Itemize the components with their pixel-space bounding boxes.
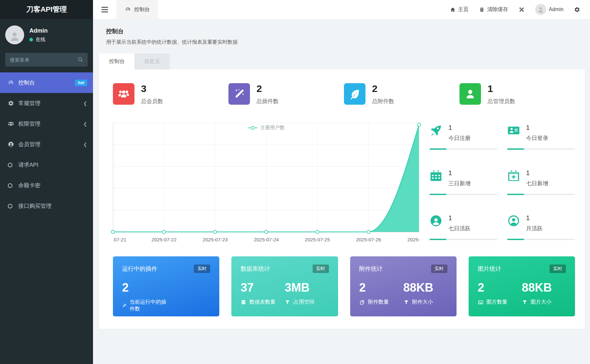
- quick-stat-three-day-new: 1 三日新增: [429, 168, 497, 198]
- online-dot-icon: [29, 38, 33, 41]
- realtime-badge: 实时: [550, 265, 566, 273]
- stat-total-members: 3 总会员数: [113, 83, 228, 105]
- stat-label: 总管理员数: [488, 98, 515, 105]
- card-value: 2: [359, 281, 403, 295]
- chevron-left-icon: ❮: [83, 101, 87, 106]
- sidebar-item-label: 权限管理: [18, 120, 40, 128]
- sidebar-item-request-api[interactable]: 请求API: [0, 155, 93, 175]
- card-running-plugins: 运行中的插件 实时 2 当前运行中的插件数: [113, 256, 219, 316]
- dashboard-panel: 3 总会员数 2 总插件数 2 总附件数: [99, 69, 585, 329]
- x-tick-label: 2025-07-26: [356, 237, 381, 242]
- hamburger-menu-icon[interactable]: [93, 7, 116, 12]
- sidebar-item-api-purchase[interactable]: 接口购买管理: [0, 196, 93, 216]
- card-database-stats: 数据库统计 实时 37 数据表数量 3MB: [231, 256, 338, 316]
- quick-stat-label: 三日新增: [448, 180, 471, 187]
- image-icon: [478, 299, 484, 305]
- progress-bar: [507, 239, 575, 240]
- search-icon[interactable]: [78, 57, 84, 63]
- expand-icon: [519, 7, 525, 13]
- card-title: 运行中的插件: [122, 265, 157, 273]
- x-tick-label: 2025-07: [407, 237, 420, 242]
- quick-stat-label: 七日活跃: [448, 225, 471, 232]
- card-caption: 附件数量: [368, 299, 389, 306]
- user-menu[interactable]: Admin: [535, 4, 564, 15]
- home-link[interactable]: 主页: [450, 6, 469, 13]
- sidebar-item-auth[interactable]: 权限管理 ❮: [0, 114, 93, 134]
- x-tick-label: 2025-07-24: [254, 237, 279, 242]
- quick-stats-grid: 1 今日注册 1 今日登录: [429, 123, 575, 245]
- magic-wand-icon: [122, 303, 127, 309]
- hot-badge: hot: [75, 80, 87, 86]
- card-caption: 数据表数量: [249, 299, 275, 306]
- home-label: 主页: [458, 6, 469, 13]
- quick-stat-today-register: 1 今日注册: [429, 123, 497, 153]
- chart-markers: [111, 123, 421, 234]
- filter-icon: [403, 299, 409, 305]
- tab-custom[interactable]: 自定义: [134, 53, 170, 69]
- clear-cache-button[interactable]: 清除缓存: [479, 6, 508, 13]
- users-icon: [8, 121, 18, 127]
- fullscreen-button[interactable]: [519, 7, 525, 13]
- clear-cache-label: 清除缓存: [487, 6, 508, 13]
- gears-icon: [8, 100, 18, 106]
- sidebar-item-dashboard[interactable]: 控制台 hot: [0, 72, 93, 93]
- stat-total-plugins: 2 总插件数: [228, 83, 344, 105]
- quick-stat-value: 1: [526, 214, 543, 222]
- card-image-stats: 图片统计 实时 2 图片数量 88KB: [469, 256, 575, 316]
- card-caption: 图片大小: [531, 299, 551, 306]
- card-title: 图片统计: [478, 265, 501, 273]
- progress-bar: [507, 148, 575, 150]
- topbar: 控制台 主页 清除缓存 Admin: [93, 0, 590, 19]
- sidebar-item-label: 接口购买管理: [18, 202, 52, 210]
- chart-area-fill: [113, 125, 419, 232]
- user-status: 在线: [29, 37, 48, 43]
- summary-cards-row: 运行中的插件 实时 2 当前运行中的插件数 数据库统计 实时: [113, 256, 575, 316]
- leaf-icon: [344, 83, 365, 105]
- topbar-right: 主页 清除缓存 Admin: [450, 4, 590, 15]
- topbar-tab-dashboard[interactable]: 控制台: [116, 0, 158, 19]
- tab-dashboard[interactable]: 控制台: [99, 53, 134, 69]
- realtime-badge: 实时: [194, 265, 210, 273]
- stat-label: 总会员数: [141, 98, 163, 105]
- card-value: 2: [478, 281, 522, 295]
- progress-bar: [507, 194, 575, 195]
- x-tick-label: 07-21: [114, 237, 126, 242]
- sidebar-item-balance-card[interactable]: 余额卡密: [0, 175, 93, 196]
- sidebar-item-label: 控制台: [18, 79, 35, 86]
- chevron-left-icon: ❮: [83, 121, 87, 127]
- chart-legend[interactable]: 注册用户数: [248, 125, 285, 131]
- card-value: 2: [122, 281, 166, 295]
- id-card-icon: [507, 124, 520, 142]
- user-icon: [8, 141, 18, 147]
- sidebar-item-label: 会员管理: [18, 141, 40, 148]
- mid-row: 注册用户数 07-21 2025-07-22 2025-07-23 2025-0…: [113, 123, 575, 245]
- quick-stat-value: 1: [448, 214, 471, 222]
- magic-wand-icon: [228, 83, 250, 105]
- avatar: [535, 4, 546, 15]
- realtime-badge: 实时: [313, 265, 329, 273]
- sidebar-menu: 控制台 hot 常规管理 ❮ 权限管理 ❮ 会员管理 ❮ 请求API: [0, 72, 93, 216]
- card-value: 3MB: [285, 281, 329, 295]
- gear-icon: [574, 7, 580, 13]
- x-tick-label: 2025-07-25: [305, 237, 330, 242]
- user-panel: Admin 在线: [0, 19, 93, 50]
- card-value: 88KB: [522, 281, 566, 295]
- database-icon: [241, 299, 246, 305]
- card-title: 附件统计: [359, 265, 383, 273]
- quick-stat-value: 1: [448, 124, 471, 131]
- legend-label: 注册用户数: [260, 125, 285, 131]
- card-caption: 图片数量: [487, 299, 507, 306]
- settings-button[interactable]: [574, 7, 580, 13]
- search-input[interactable]: [5, 53, 88, 67]
- quick-stat-month-active: 1 月活跃: [507, 213, 575, 243]
- stat-value: 2: [372, 84, 394, 94]
- sidebar-item-members[interactable]: 会员管理 ❮: [0, 134, 93, 155]
- users-icon: [113, 83, 134, 105]
- chart-line: [113, 125, 419, 232]
- sidebar-item-general[interactable]: 常规管理 ❮: [0, 93, 93, 114]
- quick-stat-value: 1: [526, 124, 548, 131]
- stat-label: 总插件数: [256, 98, 279, 105]
- registration-chart: 注册用户数 07-21 2025-07-22 2025-07-23 2025-0…: [113, 123, 420, 245]
- quick-stat-label: 今日注册: [448, 134, 471, 142]
- stat-value: 3: [141, 84, 163, 94]
